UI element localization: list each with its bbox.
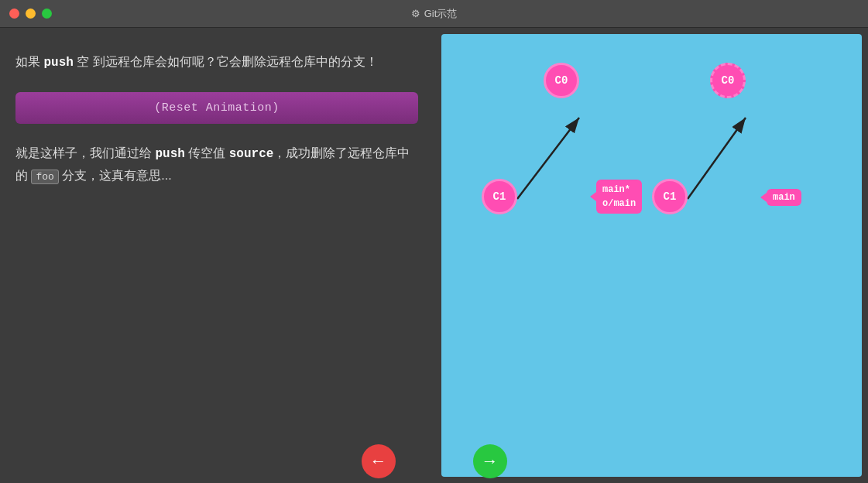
window-title: ⚙ Git示范 xyxy=(411,7,458,21)
minimize-button[interactable] xyxy=(26,9,36,19)
right-c1-node: C1 xyxy=(652,179,688,214)
left-c0-node: C0 xyxy=(544,63,579,98)
gear-icon: ⚙ xyxy=(411,8,420,19)
next-button[interactable]: → xyxy=(473,444,507,478)
right-c0-node: C0 xyxy=(710,63,746,98)
titlebar: ⚙ Git示范 xyxy=(0,0,868,28)
left-branch-label: main*o/main xyxy=(596,180,642,214)
prev-button[interactable]: ← xyxy=(362,444,396,478)
close-button[interactable] xyxy=(9,9,19,19)
svg-line-1 xyxy=(517,118,579,199)
graph-svg xyxy=(441,34,862,477)
description-text-2: 就是这样子，我们通过给 push 传空值 source，成功删除了远程仓库中的 … xyxy=(15,142,418,186)
main-layout: 如果 push 空 到远程仓库会如何呢？它会删除远程仓库中的分支！ (Reset… xyxy=(0,28,868,483)
bottom-navigation: ← → xyxy=(0,440,868,483)
description-text-1: 如果 push 空 到远程仓库会如何呢？它会删除远程仓库中的分支！ xyxy=(15,51,418,74)
svg-line-2 xyxy=(688,118,746,199)
left-c1-node: C1 xyxy=(482,179,517,214)
maximize-button[interactable] xyxy=(42,9,52,19)
reset-animation-button[interactable]: (Reset Animation) xyxy=(15,92,418,124)
next-arrow-icon: → xyxy=(482,451,499,471)
git-graph-panel: C0 C1 main*o/main C0 C1 main xyxy=(441,34,862,477)
left-panel: 如果 push 空 到远程仓库会如何呢？它会删除远程仓库中的分支！ (Reset… xyxy=(0,28,441,483)
foo-tag: foo xyxy=(31,170,58,184)
prev-arrow-icon: ← xyxy=(370,451,387,471)
title-text: Git示范 xyxy=(424,7,458,21)
window-controls xyxy=(9,9,52,19)
right-branch-label: main xyxy=(767,189,801,206)
